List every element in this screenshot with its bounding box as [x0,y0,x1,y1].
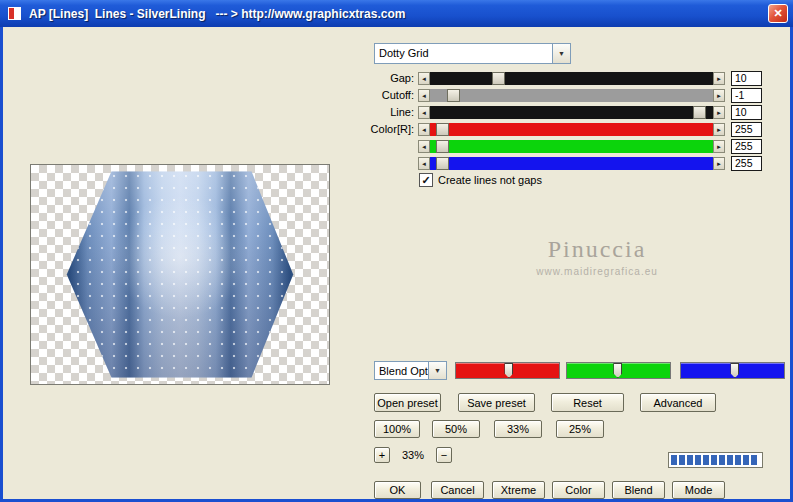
reset-button[interactable]: Reset [551,393,624,412]
zoom-in-button[interactable]: + [374,447,390,463]
progress-segment [751,455,757,465]
preview-hexagon-shape [31,165,329,384]
gap-slider[interactable] [430,72,713,85]
zoom-50-button[interactable]: 50% [432,420,480,438]
gap-label: Gap: [366,71,414,86]
color-red-value-field[interactable]: 255 [731,122,762,137]
green-trackbar-thumb[interactable] [613,363,622,378]
blue-trackbar[interactable] [680,362,785,379]
color-green-value-field[interactable]: 255 [731,139,762,154]
chevron-down-icon[interactable]: ▼ [552,44,570,63]
progress-segment [735,455,741,465]
gap-slider-row: Gap: ◄ ► 10 [366,71,768,86]
window-title: AP [Lines] Lines - SilverLining --- > ht… [29,7,405,21]
titlebar: AP [Lines] Lines - SilverLining --- > ht… [0,0,793,27]
app-icon [8,7,21,20]
progress-segment [711,455,717,465]
slider-left-arrow[interactable]: ◄ [418,123,430,136]
color-red-label: Color[R]: [366,122,414,137]
slider-right-arrow[interactable]: ► [713,106,725,119]
cancel-button[interactable]: Cancel [431,481,484,499]
color-blue-slider-row: ◄ ► 255 [366,156,768,171]
gap-slider-thumb[interactable] [492,72,505,85]
slider-left-arrow[interactable]: ◄ [418,72,430,85]
cutoff-slider-thumb[interactable] [447,89,460,102]
red-trackbar[interactable] [455,362,560,379]
color-blue-value-field[interactable]: 255 [731,156,762,171]
chevron-down-icon[interactable]: ▼ [428,362,446,379]
cutoff-label: Cutoff: [366,88,414,103]
zoom-out-button[interactable]: − [436,447,452,463]
slider-left-arrow[interactable]: ◄ [418,157,430,170]
watermark-name: Pinuccia [477,236,717,263]
slider-right-arrow[interactable]: ► [713,72,725,85]
advanced-button[interactable]: Advanced [640,393,716,412]
watermark-url: www.maidiregrafica.eu [477,266,717,277]
line-slider[interactable] [430,106,713,119]
progress-segment [703,455,709,465]
zoom-25-button[interactable]: 25% [556,420,604,438]
slider-right-arrow[interactable]: ► [713,157,725,170]
color-red-slider[interactable] [430,123,713,136]
create-lines-checkbox[interactable]: ✓ [419,173,433,187]
blue-trackbar-thumb[interactable] [730,363,739,378]
create-lines-checkbox-row: ✓ Create lines not gaps [419,173,542,187]
cutoff-slider-row: Cutoff: ◄ ► -1 [366,88,768,103]
window-border-left [0,27,3,502]
slider-left-arrow[interactable]: ◄ [418,89,430,102]
line-label: Line: [366,105,414,120]
color-blue-slider[interactable] [430,157,713,170]
preset-dropdown-value: Dotty Grid [375,44,552,63]
xtreme-button[interactable]: Xtreme [492,481,545,499]
cutoff-slider[interactable] [430,89,713,102]
slider-right-arrow[interactable]: ► [713,89,725,102]
create-lines-checkbox-label: Create lines not gaps [438,174,542,186]
preset-dropdown[interactable]: Dotty Grid ▼ [374,43,571,64]
blend-options-dropdown[interactable]: Blend Opti ▼ [374,361,447,380]
blend-button[interactable]: Blend [612,481,665,499]
preview-canvas[interactable] [30,164,330,385]
color-green-slider-thumb[interactable] [436,140,449,153]
slider-left-arrow[interactable]: ◄ [418,106,430,119]
color-red-slider-row: Color[R]: ◄ ► 255 [366,122,768,137]
line-slider-thumb[interactable] [693,106,706,119]
slider-right-arrow[interactable]: ► [713,123,725,136]
open-preset-button[interactable]: Open preset [374,393,441,412]
progress-segment [687,455,693,465]
line-slider-row: Line: ◄ ► 10 [366,105,768,120]
color-blue-slider-thumb[interactable] [436,157,449,170]
color-green-slider[interactable] [430,140,713,153]
progress-bar [668,452,763,468]
progress-segment [695,455,701,465]
green-trackbar[interactable] [566,362,671,379]
progress-segment [743,455,749,465]
color-red-slider-thumb[interactable] [436,123,449,136]
slider-left-arrow[interactable]: ◄ [418,140,430,153]
ok-button[interactable]: OK [374,481,421,499]
blend-options-value: Blend Opti [375,362,428,379]
progress-segment [719,455,725,465]
slider-right-arrow[interactable]: ► [713,140,725,153]
cutoff-value-field[interactable]: -1 [731,88,762,103]
color-green-slider-row: ◄ ► 255 [366,139,768,154]
progress-segment [671,455,677,465]
preview-dot-grid [31,165,329,384]
line-value-field[interactable]: 10 [731,105,762,120]
close-button[interactable]: ✕ [768,4,788,23]
zoom-level-value: 33% [395,448,431,463]
progress-segment [727,455,733,465]
save-preset-button[interactable]: Save preset [458,393,535,412]
watermark: Pinuccia www.maidiregrafica.eu [477,236,717,277]
color-button[interactable]: Color [552,481,605,499]
mode-button[interactable]: Mode [672,481,725,499]
plugin-window: AP [Lines] Lines - SilverLining --- > ht… [0,0,793,502]
progress-segment [679,455,685,465]
zoom-33-button[interactable]: 33% [494,420,542,438]
red-trackbar-thumb[interactable] [504,363,513,378]
zoom-100-button[interactable]: 100% [374,420,420,438]
gap-value-field[interactable]: 10 [731,71,762,86]
